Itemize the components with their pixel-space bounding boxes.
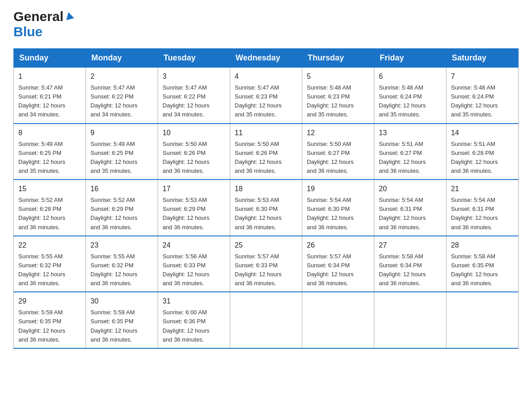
day-number: 14 bbox=[451, 128, 514, 138]
day-info: Sunrise: 5:48 AMSunset: 6:24 PMDaylight:… bbox=[451, 83, 514, 120]
calendar-cell: 9Sunrise: 5:49 AMSunset: 6:25 PMDaylight… bbox=[86, 124, 158, 180]
logo-triangle-icon bbox=[64, 11, 74, 22]
calendar-cell: 27Sunrise: 5:58 AMSunset: 6:34 PMDayligh… bbox=[374, 236, 446, 292]
day-info: Sunrise: 5:47 AMSunset: 6:22 PMDaylight:… bbox=[163, 83, 225, 120]
day-info: Sunrise: 5:56 AMSunset: 6:33 PMDaylight:… bbox=[163, 252, 225, 288]
day-info: Sunrise: 5:51 AMSunset: 6:27 PMDaylight:… bbox=[379, 140, 442, 176]
day-info: Sunrise: 5:59 AMSunset: 6:35 PMDaylight:… bbox=[90, 308, 153, 344]
calendar-cell bbox=[230, 292, 302, 348]
calendar-cell: 3Sunrise: 5:47 AMSunset: 6:22 PMDaylight… bbox=[158, 68, 230, 124]
calendar-cell: 21Sunrise: 5:54 AMSunset: 6:31 PMDayligh… bbox=[446, 180, 519, 236]
column-header-friday: Friday bbox=[374, 49, 446, 68]
calendar-cell: 15Sunrise: 5:52 AMSunset: 6:28 PMDayligh… bbox=[14, 180, 86, 236]
day-number: 18 bbox=[235, 184, 297, 194]
calendar-week-row: 29Sunrise: 5:59 AMSunset: 6:35 PMDayligh… bbox=[14, 292, 519, 348]
day-number: 26 bbox=[307, 240, 369, 251]
calendar-cell: 8Sunrise: 5:49 AMSunset: 6:25 PMDaylight… bbox=[14, 124, 86, 180]
calendar-cell: 1Sunrise: 5:47 AMSunset: 6:21 PMDaylight… bbox=[14, 68, 86, 124]
day-info: Sunrise: 5:54 AMSunset: 6:30 PMDaylight:… bbox=[307, 196, 369, 232]
day-number: 2 bbox=[90, 71, 153, 82]
day-number: 20 bbox=[379, 184, 442, 194]
day-info: Sunrise: 6:00 AMSunset: 6:36 PMDaylight:… bbox=[163, 308, 225, 344]
day-info: Sunrise: 5:54 AMSunset: 6:31 PMDaylight:… bbox=[379, 196, 442, 232]
day-number: 4 bbox=[235, 71, 297, 82]
day-number: 12 bbox=[307, 128, 369, 138]
calendar-week-row: 22Sunrise: 5:55 AMSunset: 6:32 PMDayligh… bbox=[14, 236, 519, 292]
day-info: Sunrise: 5:53 AMSunset: 6:30 PMDaylight:… bbox=[235, 196, 297, 232]
day-info: Sunrise: 5:54 AMSunset: 6:31 PMDaylight:… bbox=[451, 196, 514, 232]
calendar-cell bbox=[446, 292, 519, 348]
day-info: Sunrise: 5:50 AMSunset: 6:26 PMDaylight:… bbox=[235, 140, 297, 176]
day-info: Sunrise: 5:48 AMSunset: 6:23 PMDaylight:… bbox=[307, 83, 369, 120]
column-header-thursday: Thursday bbox=[302, 49, 374, 68]
calendar-cell: 18Sunrise: 5:53 AMSunset: 6:30 PMDayligh… bbox=[230, 180, 302, 236]
calendar-cell: 11Sunrise: 5:50 AMSunset: 6:26 PMDayligh… bbox=[230, 124, 302, 180]
column-header-sunday: Sunday bbox=[14, 49, 86, 68]
calendar-cell: 19Sunrise: 5:54 AMSunset: 6:30 PMDayligh… bbox=[302, 180, 374, 236]
calendar-cell: 30Sunrise: 5:59 AMSunset: 6:35 PMDayligh… bbox=[86, 292, 158, 348]
day-info: Sunrise: 5:47 AMSunset: 6:22 PMDaylight:… bbox=[90, 83, 153, 120]
calendar-cell: 23Sunrise: 5:55 AMSunset: 6:32 PMDayligh… bbox=[86, 236, 158, 292]
calendar-cell: 26Sunrise: 5:57 AMSunset: 6:34 PMDayligh… bbox=[302, 236, 374, 292]
calendar-cell: 2Sunrise: 5:47 AMSunset: 6:22 PMDaylight… bbox=[86, 68, 158, 124]
calendar-week-row: 15Sunrise: 5:52 AMSunset: 6:28 PMDayligh… bbox=[14, 180, 519, 236]
calendar-cell: 5Sunrise: 5:48 AMSunset: 6:23 PMDaylight… bbox=[302, 68, 374, 124]
day-info: Sunrise: 5:47 AMSunset: 6:23 PMDaylight:… bbox=[235, 83, 297, 120]
day-info: Sunrise: 5:47 AMSunset: 6:21 PMDaylight:… bbox=[18, 83, 81, 120]
day-number: 28 bbox=[451, 240, 514, 251]
day-number: 15 bbox=[18, 184, 81, 194]
day-number: 13 bbox=[379, 128, 442, 138]
day-info: Sunrise: 5:50 AMSunset: 6:27 PMDaylight:… bbox=[307, 140, 369, 176]
day-number: 9 bbox=[90, 128, 153, 138]
day-number: 25 bbox=[235, 240, 297, 251]
calendar-cell: 17Sunrise: 5:53 AMSunset: 6:29 PMDayligh… bbox=[158, 180, 230, 236]
day-number: 31 bbox=[163, 296, 225, 307]
day-info: Sunrise: 5:53 AMSunset: 6:29 PMDaylight:… bbox=[163, 196, 225, 232]
logo: General Blue bbox=[13, 9, 74, 39]
calendar-cell: 24Sunrise: 5:56 AMSunset: 6:33 PMDayligh… bbox=[158, 236, 230, 292]
day-info: Sunrise: 5:50 AMSunset: 6:26 PMDaylight:… bbox=[163, 140, 225, 176]
calendar-cell: 14Sunrise: 5:51 AMSunset: 6:28 PMDayligh… bbox=[446, 124, 519, 180]
day-number: 11 bbox=[235, 128, 297, 138]
day-info: Sunrise: 5:59 AMSunset: 6:35 PMDaylight:… bbox=[18, 308, 81, 344]
calendar-cell: 28Sunrise: 5:58 AMSunset: 6:35 PMDayligh… bbox=[446, 236, 519, 292]
calendar-cell: 25Sunrise: 5:57 AMSunset: 6:33 PMDayligh… bbox=[230, 236, 302, 292]
calendar-cell bbox=[302, 292, 374, 348]
calendar-cell bbox=[374, 292, 446, 348]
day-number: 17 bbox=[163, 184, 225, 194]
day-number: 8 bbox=[18, 128, 81, 138]
calendar-cell: 6Sunrise: 5:48 AMSunset: 6:24 PMDaylight… bbox=[374, 68, 446, 124]
day-number: 5 bbox=[307, 71, 369, 82]
calendar-cell: 29Sunrise: 5:59 AMSunset: 6:35 PMDayligh… bbox=[14, 292, 86, 348]
calendar-table: SundayMondayTuesdayWednesdayThursdayFrid… bbox=[13, 48, 519, 349]
day-number: 22 bbox=[18, 240, 81, 251]
day-info: Sunrise: 5:55 AMSunset: 6:32 PMDaylight:… bbox=[18, 252, 81, 288]
column-header-monday: Monday bbox=[86, 49, 158, 68]
day-number: 7 bbox=[451, 71, 514, 82]
day-number: 6 bbox=[379, 71, 442, 82]
calendar-cell: 13Sunrise: 5:51 AMSunset: 6:27 PMDayligh… bbox=[374, 124, 446, 180]
calendar-cell: 7Sunrise: 5:48 AMSunset: 6:24 PMDaylight… bbox=[446, 68, 519, 124]
column-header-saturday: Saturday bbox=[446, 49, 519, 68]
day-info: Sunrise: 5:58 AMSunset: 6:34 PMDaylight:… bbox=[379, 252, 442, 288]
day-number: 29 bbox=[18, 296, 81, 307]
day-info: Sunrise: 5:57 AMSunset: 6:33 PMDaylight:… bbox=[235, 252, 297, 288]
day-number: 19 bbox=[307, 184, 369, 194]
calendar-cell: 12Sunrise: 5:50 AMSunset: 6:27 PMDayligh… bbox=[302, 124, 374, 180]
day-info: Sunrise: 5:51 AMSunset: 6:28 PMDaylight:… bbox=[451, 140, 514, 176]
svg-marker-0 bbox=[64, 11, 74, 20]
day-number: 30 bbox=[90, 296, 153, 307]
calendar-cell: 10Sunrise: 5:50 AMSunset: 6:26 PMDayligh… bbox=[158, 124, 230, 180]
day-number: 23 bbox=[90, 240, 153, 251]
calendar-week-row: 1Sunrise: 5:47 AMSunset: 6:21 PMDaylight… bbox=[14, 68, 519, 124]
day-info: Sunrise: 5:48 AMSunset: 6:24 PMDaylight:… bbox=[379, 83, 442, 120]
day-number: 10 bbox=[163, 128, 225, 138]
day-number: 24 bbox=[163, 240, 225, 251]
calendar-cell: 4Sunrise: 5:47 AMSunset: 6:23 PMDaylight… bbox=[230, 68, 302, 124]
day-info: Sunrise: 5:49 AMSunset: 6:25 PMDaylight:… bbox=[18, 140, 81, 176]
column-header-tuesday: Tuesday bbox=[158, 49, 230, 68]
calendar-cell: 31Sunrise: 6:00 AMSunset: 6:36 PMDayligh… bbox=[158, 292, 230, 348]
day-info: Sunrise: 5:52 AMSunset: 6:28 PMDaylight:… bbox=[18, 196, 81, 232]
day-number: 1 bbox=[18, 71, 81, 82]
day-number: 16 bbox=[90, 184, 153, 194]
